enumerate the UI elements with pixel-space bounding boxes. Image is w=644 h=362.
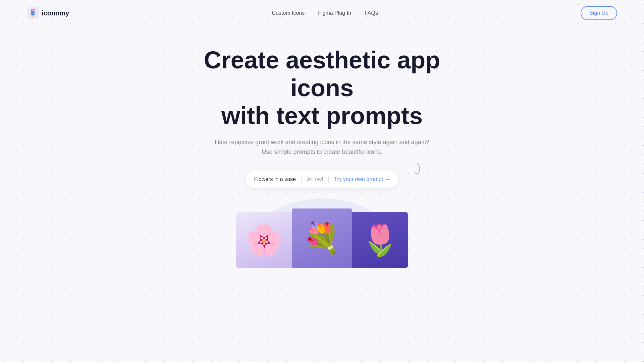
prompt-selected[interactable]: Flowers in a vase xyxy=(254,174,296,184)
demo-section: Flowers in a vase An owl Try your own pr… xyxy=(0,170,644,302)
flower-emoji-1: 🌸 xyxy=(245,225,283,255)
arrow-hint-icon xyxy=(404,160,423,179)
svg-rect-4 xyxy=(32,10,34,11)
flower-emoji-2: 💐 xyxy=(303,223,341,253)
navbar: iconomy Custom Icons Figma Plug In FAQs … xyxy=(0,0,644,26)
logo-text: iconomy xyxy=(42,9,69,17)
logo[interactable]: iconomy xyxy=(27,7,69,19)
prompt-option2[interactable]: An owl xyxy=(307,176,323,182)
icon-cards: 🌸 💐 🌷 xyxy=(236,208,408,268)
nav-faqs[interactable]: FAQs xyxy=(365,10,378,16)
demo-visual-wrapper: 🌸 💐 🌷 xyxy=(233,188,411,302)
icon-card-2: 💐 xyxy=(292,208,352,268)
nav-custom-icons[interactable]: Custom Icons xyxy=(272,10,305,16)
hero-section: Create aesthetic app icons with text pro… xyxy=(0,26,644,157)
signup-button[interactable]: Sign Up xyxy=(581,6,617,20)
icon-card-3: 🌷 xyxy=(352,212,408,268)
logo-icon xyxy=(27,7,39,19)
nav-links: Custom Icons Figma Plug In FAQs xyxy=(272,10,378,16)
icon-card-1: 🌸 xyxy=(236,212,292,268)
hero-title: Create aesthetic app icons with text pro… xyxy=(188,46,456,129)
flower-emoji-3: 🌷 xyxy=(361,225,399,255)
prompt-bar: Flowers in a vase An owl Try your own pr… xyxy=(246,170,398,188)
hero-subtitle: Hate repetitive grunt work and creating … xyxy=(0,137,644,157)
prompt-divider2 xyxy=(328,176,329,183)
nav-figma-plugin[interactable]: Figma Plug In xyxy=(318,10,351,16)
try-own-prompt-link[interactable]: Try your own prompt → xyxy=(334,176,390,182)
prompt-divider xyxy=(301,176,302,183)
